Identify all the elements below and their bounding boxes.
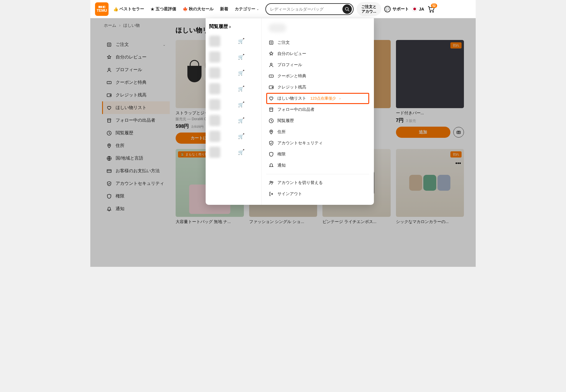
dd-item-signout[interactable]: サインアウト xyxy=(266,188,369,200)
support-link[interactable]: 💬 サポート xyxy=(384,6,409,12)
star-icon: ★ xyxy=(151,7,154,11)
add-cart-small-icon[interactable]: 🛒 xyxy=(238,86,244,92)
svg-point-33 xyxy=(270,181,272,183)
nav-bestseller[interactable]: 👍ベストセラー xyxy=(111,5,146,13)
user-avatar[interactable] xyxy=(269,24,286,32)
svg-rect-30 xyxy=(270,109,273,111)
shield-icon xyxy=(269,140,274,146)
wishlist-stock-note: 123点在庫僅少 xyxy=(310,96,336,101)
dd-item-address[interactable]: 住所 xyxy=(266,126,369,138)
chevron-right-icon: › xyxy=(229,24,231,29)
svg-point-29 xyxy=(272,87,273,88)
dd-item-orders[interactable]: ご注文 xyxy=(266,37,369,48)
bell-icon xyxy=(269,163,274,168)
svg-point-2 xyxy=(430,11,431,12)
history-item[interactable]: 🛒 xyxy=(209,65,258,81)
history-thumb xyxy=(209,147,220,158)
dd-item-history[interactable]: 閲覧履歴 xyxy=(266,115,369,126)
history-thumb xyxy=(209,36,220,47)
dropdown-history-column: 閲覧履歴› 🛒 🛒 🛒 🛒 🛒 🛒 🛒 🛒 xyxy=(206,18,262,205)
search-icon xyxy=(344,6,350,12)
history-heading[interactable]: 閲覧履歴› xyxy=(209,24,258,30)
history-item[interactable]: 🛒 xyxy=(209,49,258,65)
dd-item-reviews[interactable]: 自分のレビュー xyxy=(266,48,369,59)
chat-icon: 💬 xyxy=(384,6,391,12)
history-item[interactable]: 🛒 xyxy=(209,113,258,128)
svg-point-32 xyxy=(271,131,272,132)
divider xyxy=(266,174,369,174)
account-menu-button[interactable]: ご注文と アカウ... xyxy=(357,2,381,16)
header: ▣◐◧ TEMU 👍ベストセラー ★五つ星評価 🍁秋の大セール 新着 カテゴリー… xyxy=(90,0,476,18)
switch-user-icon xyxy=(269,180,274,185)
cart-badge: 52 xyxy=(431,4,437,8)
review-icon xyxy=(269,51,274,56)
dd-item-notifications[interactable]: 通知 xyxy=(266,160,369,171)
history-thumb xyxy=(209,131,220,142)
store-icon xyxy=(269,107,274,112)
history-thumb xyxy=(209,115,220,126)
dd-item-profile[interactable]: プロフィール xyxy=(266,59,369,71)
add-cart-small-icon[interactable]: 🛒 xyxy=(238,150,244,155)
dd-item-permissions[interactable]: 権限 xyxy=(266,149,369,160)
add-cart-small-icon[interactable]: 🛒 xyxy=(238,118,244,123)
nav-new[interactable]: 新着 xyxy=(218,5,230,13)
clock-icon xyxy=(269,118,274,123)
svg-point-34 xyxy=(272,182,273,183)
logo[interactable]: ▣◐◧ TEMU xyxy=(95,2,109,16)
dd-item-coupons[interactable]: クーポンと特典 xyxy=(266,71,369,82)
coupon-icon xyxy=(269,73,274,79)
language-selector[interactable]: JA xyxy=(412,6,424,12)
dd-item-wishlist[interactable]: ほしい物リスト123点在庫僅少› xyxy=(266,93,369,104)
history-thumb xyxy=(209,83,220,94)
dd-item-security[interactable]: アカウントセキュリティ xyxy=(266,138,369,149)
add-cart-small-icon[interactable]: 🛒 xyxy=(238,70,244,76)
profile-icon xyxy=(269,62,274,68)
history-item[interactable]: 🛒 xyxy=(209,97,258,113)
history-item[interactable]: 🛒 xyxy=(209,144,258,160)
signout-icon xyxy=(269,191,274,197)
search-input[interactable] xyxy=(270,7,342,11)
flag-jp-icon xyxy=(412,6,417,12)
history-item[interactable]: 🛒 xyxy=(209,33,258,49)
history-thumb xyxy=(209,51,220,63)
nav-category[interactable]: カテゴリー⌄ xyxy=(233,5,261,13)
search-button[interactable] xyxy=(342,4,352,14)
search-bar xyxy=(265,3,354,15)
add-cart-small-icon[interactable]: 🛒 xyxy=(238,54,244,60)
chevron-right-icon: › xyxy=(339,97,341,100)
svg-rect-22 xyxy=(269,41,273,44)
add-cart-small-icon[interactable]: 🛒 xyxy=(238,134,244,139)
nav-fivestar[interactable]: ★五つ星評価 xyxy=(149,5,178,13)
heart-icon xyxy=(269,96,274,101)
history-item[interactable]: 🛒 xyxy=(209,128,258,144)
nav-sale[interactable]: 🍁秋の大セール xyxy=(181,5,215,13)
dd-item-switch-account[interactable]: アカウントを切り替える xyxy=(266,177,369,188)
chevron-down-icon: ⌄ xyxy=(257,7,259,11)
svg-point-25 xyxy=(270,63,272,65)
thumbs-up-icon: 👍 xyxy=(113,7,118,11)
svg-line-1 xyxy=(348,10,349,11)
dropdown-menu-column: ご注文 自分のレビュー プロフィール クーポンと特典 クレジット残高 ほしい物リ… xyxy=(262,18,374,205)
add-cart-small-icon[interactable]: 🛒 xyxy=(238,102,244,108)
svg-point-0 xyxy=(345,7,348,10)
shield-star-icon xyxy=(269,152,274,157)
account-dropdown: 閲覧履歴› 🛒 🛒 🛒 🛒 🛒 🛒 🛒 🛒 ご注文 自分のレビュー プロフィール… xyxy=(206,18,374,205)
dd-item-following[interactable]: フォロー中の出品者 xyxy=(266,104,369,115)
history-thumb xyxy=(209,99,220,110)
wallet-icon xyxy=(269,85,274,90)
history-item[interactable]: 🛒 xyxy=(209,81,258,97)
cart-button[interactable]: 52 xyxy=(427,5,435,13)
dd-item-credit[interactable]: クレジット残高 xyxy=(266,82,369,93)
leaf-icon: 🍁 xyxy=(183,7,188,11)
location-icon xyxy=(269,129,274,135)
orders-icon xyxy=(269,40,274,45)
svg-point-3 xyxy=(432,11,433,12)
add-cart-small-icon[interactable]: 🛒 xyxy=(238,38,244,44)
history-thumb xyxy=(209,67,220,78)
